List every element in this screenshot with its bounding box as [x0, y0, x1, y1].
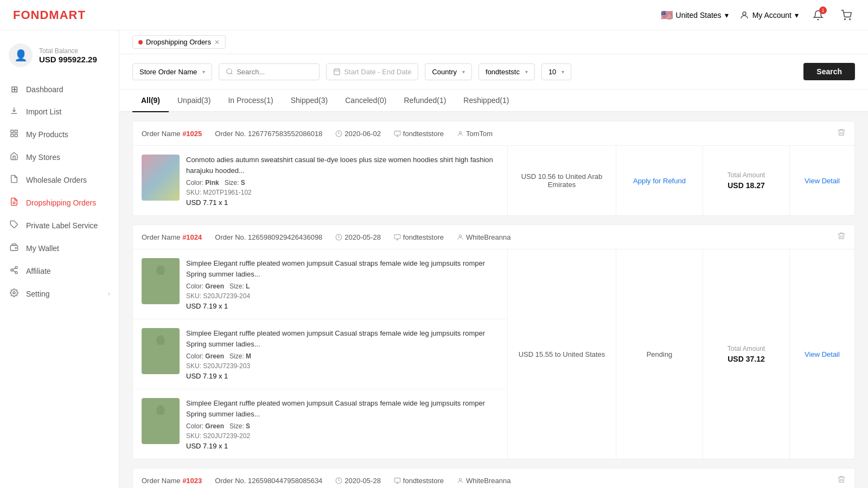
store-icon	[394, 130, 401, 137]
sidebar-item-label: Wholesale Orders	[26, 176, 87, 184]
delete-button[interactable]	[837, 232, 846, 242]
svg-line-16	[13, 271, 16, 272]
order-status: Pending	[616, 249, 703, 459]
svg-line-20	[231, 73, 233, 75]
dropshipping-icon	[9, 197, 20, 208]
notifications-button[interactable]: 1	[809, 7, 827, 24]
sidebar-item-label: My Products	[26, 130, 68, 139]
delete-button[interactable]	[837, 128, 846, 139]
tab-unpaid[interactable]: Unpaid(3)	[169, 89, 219, 112]
shipping-info: USD 10.56 to United Arab Emirates	[507, 146, 616, 215]
svg-point-13	[15, 266, 17, 268]
order-name-value: #1023	[182, 477, 202, 485]
order-total: Total Amount USD 18.27	[703, 146, 789, 215]
cart-button[interactable]	[838, 7, 855, 24]
store-order-name-filter[interactable]: Store Order Name ▾	[132, 63, 212, 80]
tab-bar: Dropshipping Orders ✕	[119, 30, 868, 54]
product-image	[142, 328, 180, 374]
order-store: fondteststore	[394, 130, 444, 138]
sidebar-item-wallet[interactable]: My Wallet	[0, 237, 119, 260]
order-store: fondteststore	[394, 477, 444, 485]
svg-rect-6	[15, 130, 17, 133]
date-placeholder: Start Date - End Date	[344, 68, 411, 76]
chevron-right-icon: ›	[108, 290, 110, 298]
order-date: 2020-05-28	[335, 233, 381, 241]
product-attributes: Color: Green Size: M	[186, 352, 499, 360]
tab-dropshipping-orders[interactable]: Dropshipping Orders ✕	[132, 35, 226, 49]
order-buyer: WhiteBreanna	[457, 477, 510, 485]
sidebar-item-my-products[interactable]: My Products	[0, 123, 119, 146]
order-header: Order Name #1025 Order No. 1267767583552…	[133, 121, 854, 146]
total-amount: USD 18.27	[727, 181, 764, 190]
user-info: 👤 Total Balance USD 995922.29	[0, 39, 119, 78]
flag-icon: 🇺🇸	[661, 9, 673, 21]
country-filter[interactable]: Country ▾	[425, 63, 472, 80]
trash-icon	[837, 128, 846, 137]
delete-button[interactable]	[837, 475, 846, 486]
order-name-label: Order Name #1024	[142, 233, 202, 241]
store-filter[interactable]: fondteststc ▾	[478, 63, 535, 80]
chevron-down-icon: ▾	[202, 69, 205, 75]
tab-label: Dropshipping Orders	[146, 38, 211, 46]
order-buyer: WhiteBreanna	[457, 233, 510, 241]
products-icon	[9, 129, 20, 140]
dress-silhouette	[152, 265, 169, 298]
svg-point-37	[156, 405, 165, 416]
close-tab-icon[interactable]: ✕	[214, 38, 220, 46]
user-icon	[739, 10, 749, 20]
account-menu[interactable]: My Account ▾	[739, 10, 799, 20]
person-icon	[457, 130, 464, 137]
total-label: Total Amount	[727, 345, 765, 352]
sidebar-item-wholesale-orders[interactable]: Wholesale Orders	[0, 169, 119, 191]
svg-point-14	[11, 269, 13, 271]
sidebar-item-dropshipping-orders[interactable]: Dropshipping Orders	[0, 191, 119, 214]
cart-icon	[841, 10, 852, 21]
clock-icon	[335, 234, 342, 241]
logo-mart: MART	[49, 8, 86, 22]
logo: FONDMART	[13, 8, 86, 22]
svg-point-42	[459, 478, 461, 480]
store-icon	[394, 234, 401, 241]
svg-line-17	[13, 268, 16, 269]
sidebar-item-import-list[interactable]: Import List	[0, 100, 119, 123]
sidebar-item-private-label[interactable]: Private Label Service	[0, 214, 119, 237]
search-input-wrapper[interactable]	[219, 63, 320, 80]
product-price: USD 7.19 x 1	[186, 442, 499, 450]
sidebar-item-setting[interactable]: Setting ›	[0, 282, 119, 305]
svg-rect-8	[15, 134, 17, 137]
order-name-value: #1025	[182, 130, 202, 138]
search-button[interactable]: Search	[803, 63, 855, 80]
tab-shipped[interactable]: Shipped(3)	[282, 89, 337, 112]
view-detail-button[interactable]: View Detail	[805, 177, 840, 185]
svg-rect-26	[394, 131, 400, 135]
apply-refund-button[interactable]: Apply for Refund	[633, 177, 686, 185]
tab-refunded[interactable]: Refunded(1)	[395, 89, 455, 112]
date-range-filter[interactable]: Start Date - End Date	[326, 63, 418, 80]
settings-icon	[9, 288, 20, 299]
sidebar-item-label: Dashboard	[26, 85, 63, 94]
sidebar-item-my-stores[interactable]: My Stores	[0, 146, 119, 169]
search-input[interactable]	[237, 68, 312, 76]
product-image	[142, 258, 180, 304]
total-label: Total Amount	[727, 171, 765, 179]
tab-in-process[interactable]: In Process(1)	[219, 89, 282, 112]
country-selector[interactable]: 🇺🇸 United States ▾	[661, 9, 729, 21]
store-label: fondteststc	[486, 68, 520, 76]
tab-reshipped[interactable]: Reshipped(1)	[455, 89, 518, 112]
product-attributes: Color: Green Size: S	[186, 422, 499, 430]
view-detail-button[interactable]: View Detail	[805, 350, 840, 358]
dress-silhouette	[152, 335, 169, 368]
tab-canceled[interactable]: Canceled(0)	[336, 89, 395, 112]
svg-rect-21	[334, 69, 340, 74]
order-number: Order No. 1265980447958085634	[215, 477, 322, 485]
order-date: 2020-05-28	[335, 477, 381, 485]
sidebar-item-dashboard[interactable]: ⊞ Dashboard	[0, 78, 119, 100]
per-page-filter[interactable]: 10 ▾	[541, 63, 571, 80]
shipping-info: USD 15.55 to United States	[507, 249, 616, 459]
svg-point-36	[156, 335, 165, 346]
tab-all[interactable]: All(9)	[132, 89, 169, 112]
product-sku: SKU: S20JU7239-202	[186, 432, 499, 440]
order-date: 2020-06-02	[335, 130, 381, 138]
order-number: Order No. 1267767583552086018	[215, 130, 322, 138]
sidebar-item-affiliate[interactable]: Affiliate	[0, 260, 119, 282]
